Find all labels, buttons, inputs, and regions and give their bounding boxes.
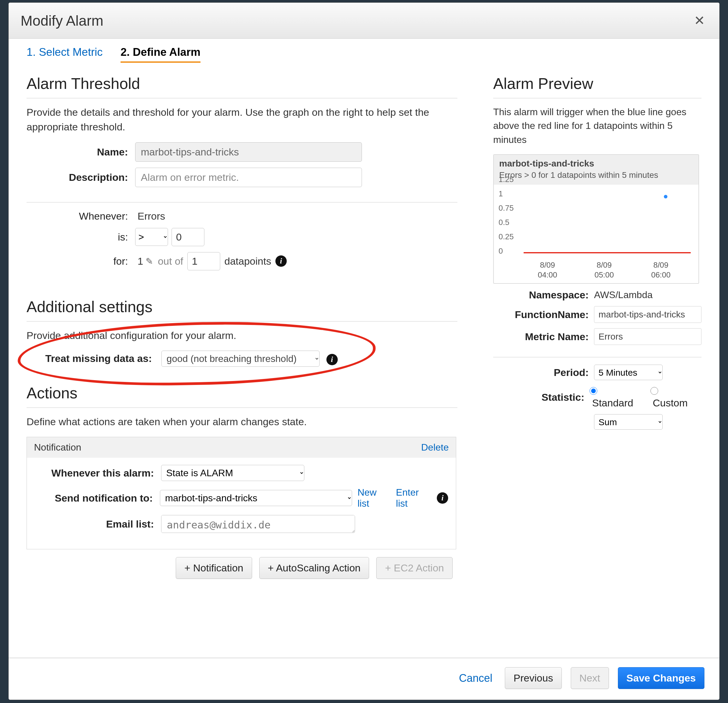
functionname-input (594, 306, 702, 323)
whenever-metric: Errors (137, 210, 165, 222)
modal-title: Modify Alarm (20, 13, 103, 29)
name-label: Name: (53, 146, 128, 158)
metricname-input (594, 328, 702, 345)
y-tick: 0 (498, 247, 503, 256)
for-m-input[interactable] (187, 252, 220, 270)
threshold-value-input[interactable] (172, 228, 204, 246)
y-tick: 0.25 (498, 232, 514, 241)
threshold-line (524, 252, 691, 253)
actions-help: Define what actions are taken when your … (26, 414, 457, 429)
whenever-label: Whenever: (53, 210, 128, 222)
add-autoscaling-button[interactable]: + AutoScaling Action (259, 557, 369, 579)
pencil-icon[interactable]: ✎ (146, 256, 153, 267)
chart-axis (524, 182, 691, 253)
is-label: is: (53, 231, 128, 243)
statistic-label: Statistic: (493, 391, 584, 403)
missing-data-label: Treat missing data as: (26, 353, 152, 364)
alarm-state-select[interactable]: State is ALARM (161, 465, 304, 481)
statistic-standard-radio[interactable] (589, 387, 597, 395)
namespace-label: Namespace: (493, 289, 589, 301)
name-input (135, 142, 362, 162)
x-tick: 8/09 05:00 (586, 260, 622, 280)
send-notification-label: Send notification to: (35, 492, 153, 504)
additional-help: Provide additional configuration for you… (26, 328, 457, 343)
for-n: 1 (137, 256, 143, 267)
statistic-standard-label: Standard (592, 397, 633, 409)
y-tick: 1 (498, 189, 503, 198)
x-tick: 8/09 04:00 (530, 260, 565, 280)
info-icon[interactable]: i (437, 492, 448, 504)
out-of-text: out of (158, 256, 183, 267)
statistic-value-select[interactable]: Sum (594, 414, 663, 430)
modal-footer: Cancel Previous Next Save Changes (9, 658, 719, 700)
info-icon[interactable]: i (326, 354, 338, 365)
section-alarm-threshold: Alarm Threshold (26, 75, 457, 98)
comparison-select[interactable]: > (135, 228, 168, 246)
section-actions: Actions (26, 384, 457, 408)
tab-define-alarm[interactable]: 2. Define Alarm (121, 46, 201, 63)
metricname-label: Metric Name: (493, 331, 589, 342)
preview-help: This alarm will trigger when the blue li… (493, 105, 702, 147)
description-label: Description: (53, 172, 128, 183)
section-additional-settings: Additional settings (26, 298, 457, 322)
preview-chart: marbot-tips-and-tricks Errors > 0 for 1 … (493, 154, 699, 284)
delete-notification-link[interactable]: Delete (421, 442, 449, 453)
email-list-label: Email list: (35, 518, 154, 530)
add-ec2-button: + EC2 Action (376, 557, 453, 579)
notification-panel: Notification Delete Whenever this alarm:… (26, 437, 456, 549)
y-tick: 1.25 (498, 175, 514, 184)
section-alarm-preview: Alarm Preview (493, 75, 702, 98)
statistic-custom-label: Custom (653, 397, 688, 409)
y-tick: 0.75 (498, 204, 514, 213)
info-icon[interactable]: i (275, 256, 287, 267)
wizard-tabs: 1. Select Metric 2. Define Alarm (9, 39, 719, 63)
period-label: Period: (493, 367, 589, 378)
threshold-help: Provide the details and threshold for yo… (26, 105, 457, 134)
missing-data-select[interactable]: good (not breaching threshold) (162, 351, 319, 367)
close-icon[interactable]: ✕ (692, 12, 708, 30)
email-list-input[interactable]: andreas@widdix.de (161, 515, 355, 533)
statistic-custom-radio[interactable] (650, 387, 658, 395)
description-input[interactable] (135, 168, 362, 187)
functionname-label: FunctionName: (493, 309, 589, 320)
cancel-link[interactable]: Cancel (459, 672, 492, 684)
datapoints-text: datapoints (224, 256, 271, 267)
tab-select-metric[interactable]: 1. Select Metric (26, 46, 103, 63)
notification-panel-title: Notification (34, 442, 81, 453)
add-notification-button[interactable]: + Notification (176, 557, 252, 579)
modify-alarm-modal: Modify Alarm ✕ 1. Select Metric 2. Defin… (8, 2, 720, 700)
preview-chart-title: marbot-tips-and-tricks (499, 159, 693, 169)
save-changes-button[interactable]: Save Changes (618, 667, 705, 689)
y-tick: 0.5 (498, 218, 509, 227)
x-tick: 8/09 06:00 (643, 260, 679, 280)
period-select[interactable]: 5 Minutes (594, 365, 663, 380)
enter-list-link[interactable]: Enter list (396, 487, 433, 509)
new-list-link[interactable]: New list (357, 487, 390, 509)
next-button: Next (571, 667, 609, 689)
modal-header: Modify Alarm ✕ (9, 3, 719, 39)
sns-topic-select[interactable]: marbot-tips-and-tricks (160, 490, 352, 506)
for-label: for: (53, 256, 128, 267)
namespace-value: AWS/Lambda (594, 289, 653, 300)
previous-button[interactable]: Previous (505, 667, 562, 689)
whenever-alarm-label: Whenever this alarm: (35, 467, 154, 479)
preview-chart-subtitle: Errors > 0 for 1 datapoints within 5 min… (499, 170, 693, 180)
